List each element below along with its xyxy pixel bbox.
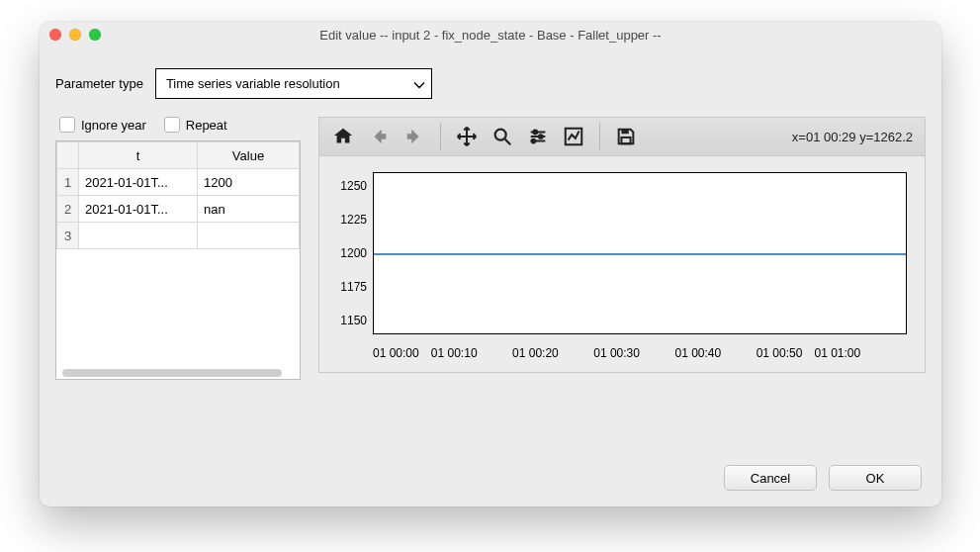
cell-value[interactable]: nan [198, 196, 300, 223]
row-index: 2 [57, 196, 79, 223]
data-table[interactable]: t Value 1 2021-01-01T... 1200 [55, 140, 301, 380]
table-horizontal-scrollbar[interactable] [56, 367, 300, 379]
svg-point-0 [495, 130, 506, 140]
y-tick-label: 1250 [340, 179, 367, 193]
cancel-button[interactable]: Cancel [724, 465, 817, 491]
svg-point-3 [532, 139, 536, 143]
x-tick-label: 01 00:50 [757, 346, 803, 360]
ignore-year-label: Ignore year [81, 118, 146, 133]
y-tick-label: 1225 [340, 213, 367, 227]
x-tick-label: 01 00:20 [512, 346, 559, 360]
parameter-type-value: Time series variable resolution [166, 76, 340, 91]
cursor-coordinates: x=01 00:29 y=1262.2 [792, 130, 917, 144]
titlebar[interactable]: Edit value -- input 2 - fix_node_state -… [40, 22, 941, 48]
x-tick-label: 01 01:00 [815, 346, 861, 360]
row-index: 1 [57, 169, 79, 196]
cell-value[interactable] [198, 223, 300, 249]
edit-axes-icon[interactable] [558, 121, 589, 152]
parameter-type-select[interactable]: Time series variable resolution [155, 68, 432, 99]
cell-t[interactable]: 2021-01-01T... [79, 196, 198, 223]
y-tick-label: 1150 [340, 314, 367, 327]
row-index: 3 [57, 223, 79, 249]
x-tick-label: 01 00:30 [593, 346, 640, 360]
cell-t[interactable] [79, 223, 198, 249]
ok-button[interactable]: OK [829, 465, 922, 491]
svg-point-2 [539, 135, 543, 138]
table-row[interactable]: 3 [57, 223, 300, 249]
dialog-window: Edit value -- input 2 - fix_node_state -… [40, 22, 941, 506]
table-row[interactable]: 1 2021-01-01T... 1200 [57, 169, 300, 196]
x-tick-label: 01 00:00 [373, 346, 419, 360]
x-tick-label: 01 00:40 [674, 346, 721, 360]
table-row[interactable]: 2 2021-01-01T... nan [57, 196, 300, 223]
plot-toolbar: x=01 00:29 y=1262.2 [318, 117, 926, 156]
cell-t[interactable]: 2021-01-01T... [79, 169, 198, 196]
table-header-value[interactable]: Value [198, 142, 300, 169]
svg-rect-6 [621, 138, 630, 143]
ignore-year-checkbox[interactable]: Ignore year [59, 117, 146, 133]
window-title: Edit value -- input 2 - fix_node_state -… [319, 28, 661, 43]
save-icon[interactable] [610, 121, 642, 152]
repeat-label: Repeat [186, 118, 227, 133]
series-line [374, 253, 906, 255]
svg-point-1 [533, 131, 537, 135]
table-corner [57, 142, 79, 169]
y-tick-label: 1175 [340, 280, 367, 294]
parameter-type-label: Parameter type [55, 76, 143, 91]
home-icon[interactable] [327, 121, 359, 152]
close-icon[interactable] [49, 29, 61, 41]
y-tick-label: 1200 [340, 246, 367, 260]
forward-icon[interactable] [399, 121, 430, 152]
zoom-rect-icon[interactable] [487, 121, 518, 152]
configure-subplots-icon[interactable] [522, 121, 554, 152]
svg-rect-5 [621, 130, 628, 135]
chart-area[interactable]: 11501175120012251250 01 00:0001 00:1001 … [318, 156, 926, 373]
chevron-down-icon [413, 79, 425, 94]
cell-value[interactable]: 1200 [198, 169, 300, 196]
repeat-checkbox[interactable]: Repeat [164, 117, 227, 133]
minimize-icon[interactable] [69, 29, 81, 41]
x-tick-label: 01 00:10 [431, 346, 478, 360]
zoom-icon[interactable] [89, 29, 101, 41]
table-header-t[interactable]: t [79, 142, 198, 169]
back-icon[interactable] [363, 121, 395, 152]
pan-icon[interactable] [451, 121, 483, 152]
